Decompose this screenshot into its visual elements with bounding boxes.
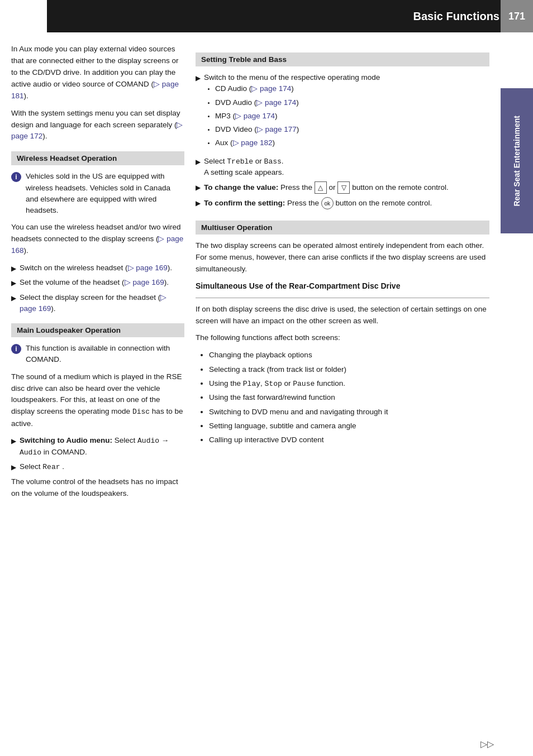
operating-mode-list: CD Audio (▷ page 174) DVD Audio (▷ page … [215,83,380,149]
disc-drive-section: Simultaneous Use of the Rear-Compartment… [196,281,489,446]
arrow-icon-5: ▶ [11,462,16,473]
disc-drive-item-7: Calling up interactive DVD content [209,434,489,446]
header-title: Basic Functions [413,10,499,23]
arrow-icon-treble-4: ▶ [196,198,201,209]
arrow-icon-treble-1: ▶ [196,73,201,152]
disc-drive-item-2: Selecting a track (from track list or fo… [209,364,489,375]
loudspeaker-section-header: Main Loudspeaker Operation [11,323,184,337]
sub-list-item-1: CD Audio (▷ page 174) [215,83,380,94]
sub-list-item-2: DVD Audio (▷ page 174) [215,97,380,108]
right-sidebar: Rear Seat Entertainment [501,32,533,756]
up-key-btn: △ [315,181,327,194]
multiuser-section: Multiuser Operation The two display scre… [196,221,489,275]
page-number-tab: 171 [501,0,533,32]
loudspeaker-select-item: ▶ Select Rear . [11,461,184,473]
treble-confirm-item: ▶ To confirm the setting: Press the ok b… [196,197,489,209]
main-content: In Aux mode you can play external video … [0,32,501,516]
disc-drive-body-1: If on both display screens the disc driv… [196,304,489,327]
ok-btn: ok [321,197,334,209]
treble-change-item: ▶ To change the value: Press the △ or ▽ … [196,181,489,194]
intro-para-1: In Aux mode you can play external video … [11,44,184,102]
sub-list-item-5: Aux (▷ page 182) [215,137,380,149]
multiuser-body: The two display screens can be operated … [196,240,489,275]
arrow-icon-3: ▶ [11,293,16,315]
left-column: In Aux mode you can play external video … [11,44,184,505]
disc-drive-item-5: Switching to DVD menu and and navigating… [209,406,489,418]
wireless-headset-section-header: Wireless Headset Operation [11,151,184,165]
loudspeaker-body-1: The sound of a medium which is played in… [11,371,184,430]
disc-drive-item-3: Using the Play, Stop or Pause function. [209,378,489,390]
arrow-icon-treble-2: ▶ [196,157,201,179]
disc-drive-divider [196,298,489,298]
disc-drive-list: Changing the playback options Selecting … [209,350,489,446]
bottom-nav: ▷▷ [480,739,494,749]
loudspeaker-info-block: i This function is available in connecti… [11,343,184,366]
intro-para-2: With the system settings menu you can se… [11,108,184,143]
arrow-icon-2: ▶ [11,278,16,288]
info-icon-loudspeaker: i [11,344,21,354]
wireless-item-2: ▶ Set the volume of the headset (▷ page … [11,277,184,288]
treble-bass-switch-item: ▶ Switch to the menu of the respective o… [196,72,489,152]
wireless-item-1: ▶ Switch on the wireless headset (▷ page… [11,262,184,274]
disc-drive-title: Simultaneous Use of the Rear-Compartment… [196,281,489,292]
down-key-btn: ▽ [337,181,350,194]
header-bar: Basic Functions [47,0,533,32]
disc-drive-body-2: The following functions affect both scre… [196,332,489,344]
wireless-body-1: You can use the wireless headset and/or … [11,222,184,257]
arrow-icon-4: ▶ [11,436,16,458]
loudspeaker-switch-item: ▶ Switching to Audio menu: Select Audio … [11,435,184,458]
vertical-label-container: Rear Seat Entertainment [501,88,533,233]
treble-bass-section-header: Setting Treble and Bass [196,52,489,66]
wireless-info-block: i Vehicles sold in the US are equipped w… [11,171,184,216]
disc-drive-item-1: Changing the playback options [209,350,489,361]
right-column: Setting Treble and Bass ▶ Switch to the … [196,44,489,505]
arrow-icon-treble-3: ▶ [196,183,201,194]
loudspeaker-body-2: The volume control of the headsets has n… [11,476,184,500]
arrow-icon-1: ▶ [11,264,16,274]
treble-select-item: ▶ Select Treble or Bass. A setting scale… [196,156,489,179]
disc-drive-item-4: Using the fast forward/rewind function [209,392,489,403]
info-icon-wireless: i [11,172,21,182]
sub-list-item-4: DVD Video (▷ page 177) [215,124,380,135]
multiuser-section-header: Multiuser Operation [196,221,489,235]
disc-drive-item-6: Setting language, subtitle and camera an… [209,420,489,432]
sidebar-vertical-label: Rear Seat Entertainment [512,116,521,207]
wireless-item-3: ▶ Select the display screen for the head… [11,292,184,315]
sub-list-item-3: MP3 (▷ page 174) [215,111,380,122]
